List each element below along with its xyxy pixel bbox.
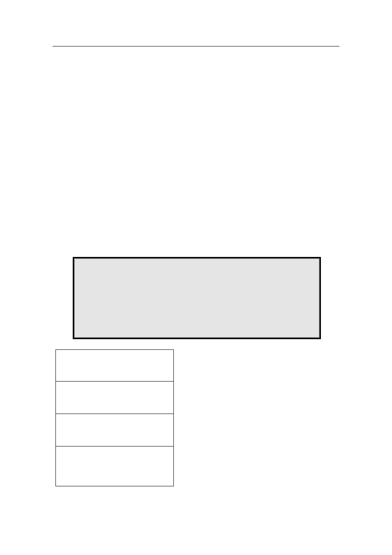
table-row [56,446,173,486]
table-row [56,382,173,414]
table-row [56,350,173,382]
table-row [56,414,173,446]
shaded-content-box [73,257,321,339]
header-divider [53,46,339,46]
table-container [55,349,174,486]
